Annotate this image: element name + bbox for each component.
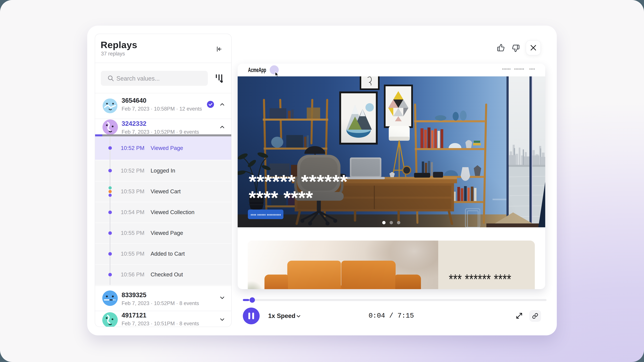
svg-text:*** ****** ****: *** ****** **** [449, 271, 511, 287]
svg-text:**** ****: **** **** [249, 187, 313, 208]
svg-text:**** ****** **********: **** ****** ********** [250, 213, 281, 218]
svg-text:AcmeApp: AcmeApp [248, 66, 266, 73]
